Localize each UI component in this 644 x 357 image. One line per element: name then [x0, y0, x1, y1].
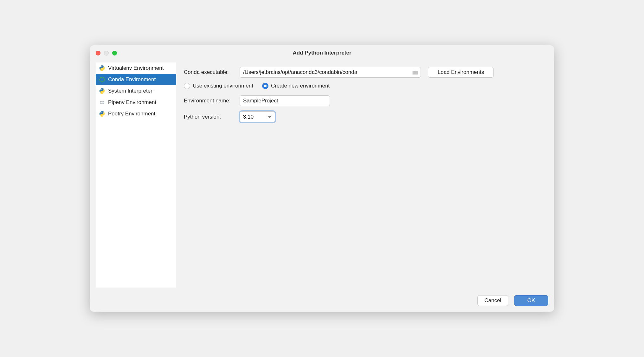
svg-point-1 — [102, 70, 103, 71]
python-icon — [99, 111, 105, 117]
interpreter-type-sidebar: Virtualenv Environment Conda Environment… — [96, 62, 176, 288]
radio-circle-icon — [262, 83, 268, 89]
py-version-label: Python version: — [184, 114, 240, 120]
conda-exec-label: Conda executable: — [184, 69, 240, 75]
maximize-window-button[interactable] — [112, 51, 117, 55]
sidebar-item-label: Poetry Environment — [108, 111, 155, 117]
env-name-label: Environment name: — [184, 98, 240, 104]
radio-use-existing[interactable]: Use existing environment — [184, 83, 253, 89]
radio-circle-icon — [184, 83, 190, 89]
load-environments-button[interactable]: Load Environments — [428, 67, 494, 78]
svg-point-0 — [101, 66, 102, 67]
minimize-window-button[interactable] — [104, 51, 109, 55]
conda-exec-input-wrap — [240, 67, 421, 78]
conda-exec-input[interactable] — [240, 67, 421, 78]
env-name-input[interactable] — [240, 95, 330, 106]
traffic-lights — [90, 51, 117, 55]
sidebar-item-label: Pipenv Environment — [108, 99, 156, 106]
pipenv-icon — [99, 99, 105, 106]
env-name-row: Environment name: — [184, 95, 546, 106]
ok-button[interactable]: OK — [514, 295, 548, 306]
sidebar-item-virtualenv[interactable]: Virtualenv Environment — [96, 62, 176, 74]
env-mode-radio-group: Use existing environment Create new envi… — [184, 83, 546, 89]
conda-icon — [99, 76, 105, 83]
dialog-body: Virtualenv Environment Conda Environment… — [90, 61, 554, 294]
radio-label: Create new environment — [271, 83, 330, 89]
main-panel: Conda executable: Load Environments Use … — [176, 62, 554, 294]
svg-point-4 — [102, 93, 103, 94]
dialog-window: Add Python Interpreter Virtualenv Enviro… — [90, 45, 554, 312]
sidebar-item-poetry[interactable]: Poetry Environment — [96, 108, 176, 120]
title-bar: Add Python Interpreter — [90, 45, 554, 61]
sidebar-item-label: Virtualenv Environment — [108, 65, 164, 71]
radio-label: Use existing environment — [193, 83, 253, 89]
window-title: Add Python Interpreter — [90, 50, 554, 56]
chevron-down-icon — [268, 116, 272, 118]
svg-point-6 — [102, 116, 103, 116]
conda-exec-row: Conda executable: Load Environments — [184, 67, 546, 78]
dialog-footer: Cancel OK — [90, 294, 554, 312]
python-icon — [99, 88, 105, 94]
svg-point-3 — [101, 89, 102, 89]
python-version-select[interactable]: 3.10 — [240, 111, 275, 122]
svg-point-2 — [100, 77, 105, 82]
select-value: 3.10 — [243, 114, 254, 120]
sidebar-item-conda[interactable]: Conda Environment — [96, 74, 176, 85]
sidebar-item-label: Conda Environment — [108, 76, 156, 83]
sidebar-item-label: System Interpreter — [108, 88, 152, 94]
sidebar-item-system[interactable]: System Interpreter — [96, 85, 176, 97]
svg-point-5 — [101, 112, 102, 112]
cancel-button[interactable]: Cancel — [477, 295, 508, 306]
py-version-row: Python version: 3.10 — [184, 111, 546, 122]
radio-create-new[interactable]: Create new environment — [262, 83, 330, 89]
sidebar-item-pipenv[interactable]: Pipenv Environment — [96, 97, 176, 108]
close-window-button[interactable] — [96, 51, 100, 55]
browse-folder-icon[interactable] — [412, 70, 418, 75]
python-icon — [99, 65, 105, 71]
